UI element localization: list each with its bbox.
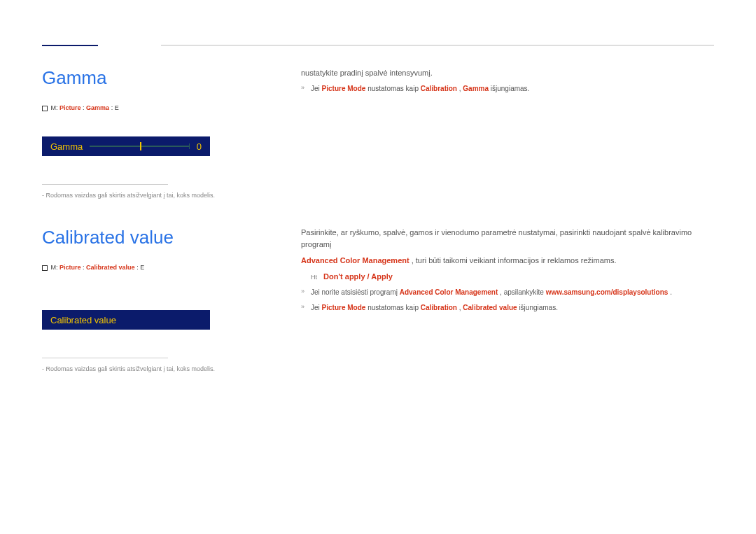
acm-term: Advanced Color Management: [301, 256, 410, 265]
gamma-bar-label: Gamma: [50, 141, 83, 152]
t2: nustatomas kaip: [368, 85, 421, 92]
menu-icon: [42, 265, 48, 271]
gamma-title: Gamma: [42, 67, 273, 89]
bc-text: M:: [51, 104, 58, 111]
calibrated-breadcrumb: M: Picture : Calibrated value : E: [42, 264, 273, 271]
bc-tail: : E: [136, 264, 144, 271]
gamma-slider-endtick: [189, 143, 190, 149]
section-gamma: Gamma M: Picture : Gamma : E Gamma 0 Rod…: [42, 67, 714, 220]
picture-mode-term: Picture Mode: [322, 85, 366, 92]
t2: nustatomas kaip: [368, 304, 421, 311]
calibration-term: Calibration: [421, 85, 457, 92]
calibration-term: Calibration: [421, 304, 457, 311]
calibrated-value-term: Calibrated value: [463, 304, 517, 311]
calibrated-left-column: Calibrated value M: Picture : Calibrated…: [42, 227, 294, 393]
acm-term: Advanced Color Management: [400, 288, 498, 296]
calibrated-note-bullet-2: Jei Picture Mode nustatomas kaip Calibra…: [301, 302, 714, 314]
menu-icon: [42, 106, 48, 111]
calibrated-footnote: Rodomas vaizdas gali skirtis atsižvelgia…: [42, 365, 273, 372]
acm-tail: , turi būti taikomi veikiant informacijo…: [412, 256, 617, 265]
calibrated-desc-line1: Pasirinkite, ar ryškumo, spalvė, gamos i…: [301, 227, 714, 251]
calibrated-right-column: Pasirinkite, ar ryškumo, spalvė, gamos i…: [294, 227, 714, 393]
gamma-setting-bar[interactable]: Gamma 0: [42, 136, 210, 156]
gamma-description: nustatykite pradinį spalvė intensyvumį.: [301, 67, 714, 79]
gamma-footnote: Rodomas vaizdas gali skirtis atsižvelgia…: [42, 192, 273, 199]
t1: Jei: [311, 304, 322, 311]
samsung-url: www.samsung.com/displaysolutions: [546, 288, 668, 296]
header-accent-rule: [42, 45, 98, 46]
gamma-slider-track[interactable]: [90, 146, 190, 147]
gamma-note-bullet: Jei Picture Mode nustatomas kaip Calibra…: [301, 83, 714, 94]
bc-sep: :: [83, 264, 85, 271]
calibrated-options: Ht Don't apply / Apply: [311, 271, 714, 283]
bc-text: M:: [51, 264, 58, 271]
gamma-left-column: Gamma M: Picture : Gamma : E Gamma 0 Rod…: [42, 67, 294, 220]
t4: išjungiamas.: [519, 304, 558, 311]
calibrated-title: Calibrated value: [42, 227, 273, 248]
section-calibrated: Calibrated value M: Picture : Calibrated…: [42, 227, 714, 393]
bc-calibrated: Calibrated value: [86, 264, 135, 271]
gamma-term: Gamma: [463, 85, 489, 92]
calibrated-desc-line2: Advanced Color Management , turi būti ta…: [301, 255, 714, 267]
header-rule: [161, 45, 714, 45]
t2: , apsilankykite: [500, 288, 546, 296]
gamma-divider: [42, 184, 168, 185]
gamma-value: 0: [197, 141, 202, 152]
t1: Jei: [311, 85, 322, 92]
bc-picture: Picture: [59, 104, 81, 111]
page-body: Gamma M: Picture : Gamma : E Gamma 0 Rod…: [0, 0, 756, 421]
key-hint-icon: Ht: [311, 273, 317, 283]
calibrated-note-bullet-1: Jei norite atsisiėsti programį Advanced …: [301, 287, 714, 298]
gamma-slider-handle[interactable]: [140, 142, 141, 150]
t1: Jei norite atsisiėsti programį: [311, 288, 400, 296]
gamma-breadcrumb: M: Picture : Gamma : E: [42, 104, 273, 111]
bc-gamma: Gamma: [86, 104, 109, 111]
bc-picture: Picture: [59, 264, 81, 271]
bc-sep: :: [83, 104, 85, 111]
t3: .: [670, 288, 672, 296]
bc-tail: : E: [111, 104, 119, 111]
t4: išjungiamas.: [491, 85, 530, 92]
calibrated-bar-label: Calibrated value: [50, 315, 116, 325]
apply-options: Don't apply / Apply: [323, 272, 393, 281]
calibrated-setting-bar[interactable]: Calibrated value: [42, 310, 210, 330]
picture-mode-term: Picture Mode: [322, 304, 366, 311]
calibrated-divider: [42, 358, 168, 358]
gamma-right-column: nustatykite pradinį spalvė intensyvumį. …: [294, 67, 714, 220]
